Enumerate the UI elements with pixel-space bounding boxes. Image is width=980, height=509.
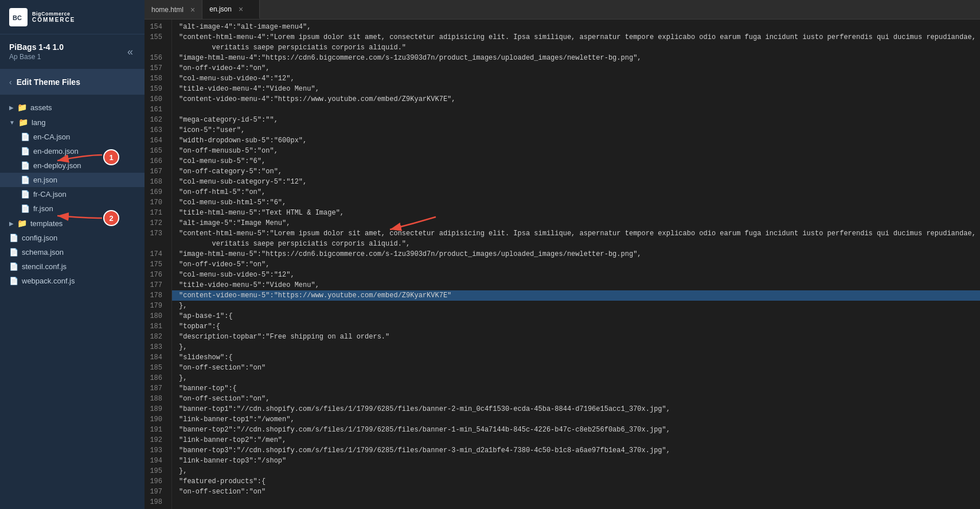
bc-logo-icon: BC [9, 8, 28, 26]
code-line: "title-html-menu-5":"Text HTML & Image", [172, 208, 980, 218]
file-icon: 📄 [21, 204, 30, 213]
store-name: PiBags 1-4 1.0 [9, 42, 64, 52]
back-arrow-icon[interactable]: ‹ [9, 77, 12, 87]
code-editor: 1541551561571581591601611621631641651661… [145, 20, 980, 509]
code-line: "content-html-menu-4":"Lorem ipsum dolor… [172, 32, 980, 42]
code-line: "width-dropdown-sub-5":"600px", [172, 135, 980, 146]
folder-icon: 📁 [17, 103, 27, 112]
code-line: veritatis saepe perspiciatis corporis al… [172, 239, 980, 249]
tree-item-label: lang [32, 118, 46, 127]
code-line: "banner-top":{ [172, 383, 980, 394]
tree-item-config-json[interactable]: 📄 config.json [0, 231, 145, 245]
logo: BC BigCommerce COMMERCE [9, 8, 75, 26]
tab-label: en.json [209, 5, 232, 13]
code-line: veritatis saepe perspiciatis corporis al… [172, 42, 980, 53]
tab-label: home.html [151, 6, 183, 14]
code-line: "content-video-menu-5":"https://www.yout… [172, 290, 980, 301]
tree-item-assets[interactable]: ▶ 📁 assets [0, 100, 145, 115]
code-line: "col-menu-sub-video-4":"12", [172, 73, 980, 84]
bc-logo-text: BigCommerce COMMERCE [32, 11, 75, 23]
code-line: "on-off-section":"on" [172, 487, 980, 497]
code-line: "on-off-video-4":"on", [172, 63, 980, 73]
file-icon: 📄 [9, 262, 18, 271]
tree-item-label: en-demo.json [33, 147, 79, 156]
code-line: "image-html-menu-5":"https://cdn6.bigcom… [172, 249, 980, 259]
tree-item-en-deploy-json[interactable]: 📄 en-deploy.json [0, 158, 145, 173]
tree-item-lang[interactable]: ▼ 📁 lang [0, 115, 145, 130]
tree-item-fr-json[interactable]: 📄 fr.json [0, 201, 145, 216]
tree-item-en-json[interactable]: 📄 en.json [0, 173, 145, 187]
tree-item-label: en.json [33, 176, 57, 184]
file-icon: 📄 [9, 248, 18, 257]
code-line: "topbar":{ [172, 321, 980, 332]
tree-item-label: en-CA.json [33, 133, 70, 141]
code-line: "content-html-menu-5":"Lorem ipsum dolor… [172, 228, 980, 239]
code-line: "on-off-section":"on" [172, 363, 980, 373]
tree-item-label: assets [30, 103, 52, 112]
collapse-button[interactable]: « [125, 45, 135, 59]
code-line [172, 104, 980, 115]
file-icon: 📄 [21, 176, 30, 184]
sidebar: BC BigCommerce COMMERCE PiBags 1-4 1.0 A… [0, 0, 145, 509]
folder-icon: 📁 [18, 118, 28, 127]
tree-item-fr-ca-json[interactable]: 📄 fr-CA.json [0, 187, 145, 201]
tree-item-label: webpack.conf.js [22, 277, 75, 285]
tree-item-templates[interactable]: ▶ 📁 templates [0, 216, 145, 231]
code-line: "slideshow":{ [172, 352, 980, 363]
code-line: "link-banner-top3":"/shop" [172, 456, 980, 466]
tab-en-json[interactable]: en.json × [202, 0, 260, 19]
tree-item-en-ca-json[interactable]: 📄 en-CA.json [0, 130, 145, 144]
code-line: "title-video-menu-4":"Video Menu", [172, 84, 980, 94]
tree-item-webpack-conf[interactable]: 📄 webpack.conf.js [0, 274, 145, 288]
code-line: "col-menu-sub-html-5":"6", [172, 197, 980, 208]
code-line: "banner-top1":"//cdn.shopify.com/s/files… [172, 404, 980, 414]
code-line: }, [172, 373, 980, 383]
edit-theme-section[interactable]: ‹ Edit Theme Files [0, 69, 145, 95]
chevron-down-icon: ▼ [9, 119, 15, 126]
tab-home-html[interactable]: home.html × [145, 0, 202, 19]
tree-item-stencil-conf[interactable]: 📄 stencil.conf.js [0, 259, 145, 274]
code-content[interactable]: "alt-image-4":"alt-image-menu4","content… [172, 20, 980, 509]
code-line: "featured-products":{ [172, 476, 980, 487]
code-line: "on-off-menusub-5":"on", [172, 146, 980, 156]
sidebar-header: BC BigCommerce COMMERCE [0, 0, 145, 34]
code-line: "on-off-section":"on", [172, 394, 980, 404]
tree-item-label: schema.json [22, 248, 64, 257]
file-icon: 📄 [9, 234, 18, 242]
code-line: "on-off-html-5":"on", [172, 187, 980, 197]
code-line: }, [172, 342, 980, 352]
logo-bottom-text: COMMERCE [32, 17, 75, 23]
code-line: "col-menu-sub-5":"6", [172, 156, 980, 166]
code-line: }, [172, 466, 980, 476]
tree-item-label: stencil.conf.js [22, 262, 67, 271]
chevron-right-icon: ▶ [9, 220, 14, 227]
code-line: "icon-5":"user", [172, 125, 980, 135]
code-line: "ap-base-1":{ [172, 311, 980, 321]
file-tree: ▶ 📁 assets ▼ 📁 lang 📄 en-CA.json 📄 en-de… [0, 95, 145, 509]
chevron-right-icon: ▶ [9, 104, 14, 111]
code-line: "on-off-category-5":"on", [172, 166, 980, 177]
store-info: PiBags 1-4 1.0 Ap Base 1 « [0, 34, 145, 69]
code-line: "link-banner-top2":"/men", [172, 435, 980, 445]
tree-item-label: config.json [22, 234, 57, 242]
code-line: "col-menu-sub-video-5":"12", [172, 270, 980, 280]
close-tab-icon[interactable]: × [239, 5, 243, 14]
store-sub: Ap Base 1 [9, 53, 64, 61]
code-line: "banner-top3":"//cdn.shopify.com/s/files… [172, 445, 980, 456]
tree-item-en-demo-json[interactable]: 📄 en-demo.json [0, 144, 145, 158]
logo-top-text: BigCommerce [32, 11, 71, 17]
code-line: "col-menu-sub-category-5":"12", [172, 177, 980, 187]
close-tab-icon[interactable]: × [190, 5, 195, 14]
file-icon: 📄 [21, 190, 30, 199]
tabs-bar: home.html × en.json × [145, 0, 980, 20]
svg-text:BC: BC [13, 14, 22, 21]
file-icon: 📄 [21, 161, 30, 170]
code-line: "on-off-video-5":"on", [172, 259, 980, 270]
file-icon: 📄 [21, 147, 30, 156]
file-icon: 📄 [9, 277, 18, 285]
line-numbers: 1541551561571581591601611621631641651661… [145, 20, 172, 509]
tree-item-schema-json[interactable]: 📄 schema.json [0, 245, 145, 259]
code-line: "content-video-menu-4":"https://www.yout… [172, 94, 980, 104]
code-line: }, [172, 301, 980, 311]
code-line: "alt-image-5":"Image Menu", [172, 218, 980, 228]
